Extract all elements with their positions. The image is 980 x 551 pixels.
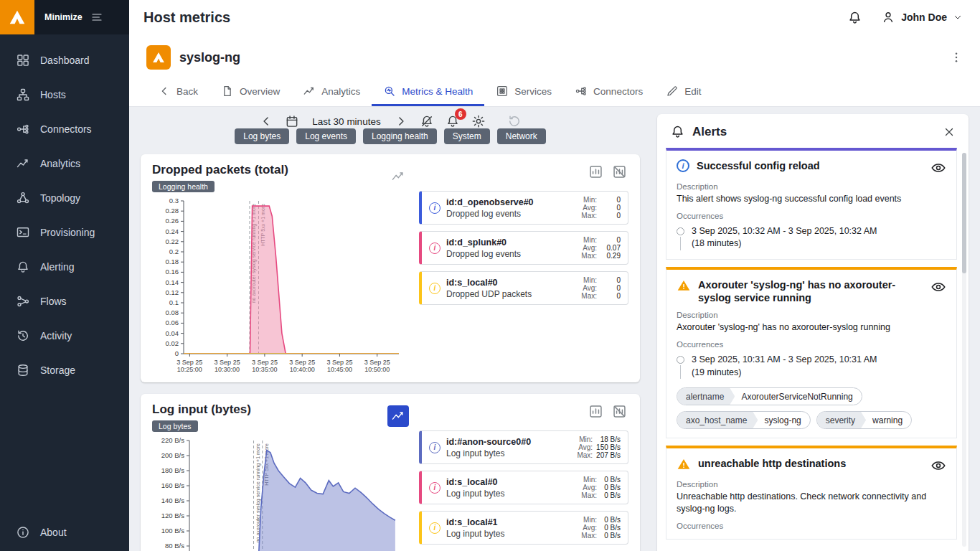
chart-type-button[interactable] [387, 405, 409, 427]
chevron-left-icon [158, 85, 171, 98]
eye-icon [930, 279, 946, 295]
sidebar-item-provisioning[interactable]: Provisioning [0, 215, 129, 250]
sidebar-item-alerting[interactable]: Alerting [0, 250, 129, 284]
dropped-packets-chart[interactable]: 0.30.280.260.240.220.20.180.160.140.120.… [152, 194, 405, 377]
tag-alertname[interactable]: alertname AxorouterServiceNotRunning [677, 387, 862, 405]
flows-branch-icon [16, 294, 30, 309]
metrics-column: Last 30 minutes 6 [141, 114, 640, 551]
eye-icon [930, 458, 946, 474]
svg-text:0.12: 0.12 [166, 288, 179, 296]
view-alert-button[interactable] [930, 277, 946, 295]
alerts-scrollbar[interactable] [962, 153, 966, 547]
settings-button[interactable] [471, 114, 486, 128]
sidebar-item-analytics[interactable]: Analytics [0, 146, 129, 181]
svg-text:0.3: 0.3 [169, 197, 179, 204]
time-range-picker[interactable] [285, 114, 299, 128]
chevron-right-icon [394, 114, 408, 128]
alert-title: Axorouter 'syslog-ng' has no axorouter-s… [698, 277, 923, 304]
series-stats: Min:0 Avg:0 Max:0 [581, 276, 621, 300]
hide-all-series-button[interactable] [612, 404, 627, 419]
minimize-label[interactable]: Minimize [44, 12, 83, 22]
host-logo [146, 45, 171, 70]
svg-text:3 Sep 25: 3 Sep 25 [215, 359, 240, 366]
filter-chip-network[interactable]: Network [497, 128, 546, 144]
filter-chip-log-bytes[interactable]: Log bytes [235, 128, 289, 144]
series-legend-item[interactable]: i id:s_local#1 Log input bytes Min:0 B/s… [419, 511, 628, 545]
svg-text:10:35:00: 10:35:00 [252, 366, 277, 373]
hide-all-series-button[interactable] [612, 164, 627, 179]
chart-title: Log input (bytes) [152, 402, 251, 417]
alerts-title: Alerts [692, 125, 727, 139]
bell-off-icon [420, 114, 434, 128]
series-legend-item[interactable]: i id:s_local#0 Log input bytes Min:0 B/s… [419, 471, 628, 504]
sidebar-item-hosts[interactable]: Hosts [0, 77, 129, 112]
user-menu[interactable]: John Doe [881, 10, 963, 24]
tab-overview[interactable]: Overview [209, 76, 291, 106]
host-more-menu[interactable] [950, 51, 963, 64]
svg-text:0.08: 0.08 [166, 309, 179, 316]
show-all-series-button[interactable] [588, 164, 603, 179]
tab-metrics-health[interactable]: Metrics & Health [372, 76, 484, 106]
sidebar-item-connectors[interactable]: Connectors [0, 112, 129, 146]
tab-services[interactable]: Services [484, 76, 563, 106]
host-tabbar: Back Overview Analytics Metrics & Health… [146, 76, 963, 106]
sidebar-item-dashboard[interactable]: Dashboard [0, 43, 129, 77]
tag-severity[interactable]: severity warning [816, 411, 912, 429]
chart-off-icon [612, 164, 627, 179]
time-next-button[interactable] [394, 114, 408, 128]
alert-card: i unreachable http destinations Descript… [666, 446, 957, 540]
brand-logo[interactable] [0, 0, 34, 34]
series-legend-item[interactable]: i id:#anon-source0#0 Log input bytes Min… [419, 430, 628, 464]
tab-analytics[interactable]: Analytics [291, 76, 372, 106]
notifications-bell-button[interactable] [847, 10, 862, 25]
svg-text:80 B/s: 80 B/s [165, 542, 184, 550]
chart-type-button[interactable] [387, 166, 409, 187]
svg-text:0.18: 0.18 [166, 258, 179, 265]
filter-chip-log-events[interactable]: Log events [296, 128, 356, 144]
collapse-sidebar-icon[interactable] [91, 11, 103, 23]
svg-text:3 Sep 25: 3 Sep 25 [289, 359, 315, 366]
series-legend-item[interactable]: i id:d_openobserve#0 Dropped log events … [419, 191, 628, 225]
page-title: Host metrics [143, 9, 230, 26]
mute-alerts-button[interactable] [420, 114, 434, 128]
series-legend-item[interactable]: i id:s_local#0 Dropped UDP packets Min:0… [419, 271, 628, 305]
filter-chip-logging-health[interactable]: Logging health [363, 128, 437, 144]
bell-icon [670, 124, 685, 139]
scrollbar-thumb[interactable] [962, 153, 966, 273]
time-range-label[interactable]: Last 30 minutes [312, 116, 380, 127]
alerts-header: Alerts [657, 114, 969, 148]
alerts-bell-button[interactable]: 6 [446, 114, 460, 128]
svg-text:3 Sep 25: 3 Sep 25 [364, 359, 390, 366]
view-alert-button[interactable] [930, 158, 946, 176]
close-alerts-button[interactable] [943, 126, 956, 138]
series-info-icon: i [429, 522, 440, 534]
svg-text:140 B/s: 140 B/s [161, 496, 184, 504]
alert-card: i Successful config reload Description T… [666, 148, 957, 260]
timeline-marker [677, 225, 684, 250]
sidebar-item-topology[interactable]: Topology [0, 181, 129, 215]
sidebar-item-activity[interactable]: Activity [0, 319, 129, 353]
series-legend-item[interactable]: i id:d_splunk#0 Dropped log events Min:0… [419, 231, 628, 265]
sidebar: Minimize Dashboard Hosts Connectors Anal… [0, 0, 129, 551]
sidebar-item-flows[interactable]: Flows [0, 284, 129, 319]
svg-text:3 Sep 25: 3 Sep 25 [176, 359, 202, 366]
warning-icon [677, 457, 691, 471]
alert-tags: alertname AxorouterServiceNotRunning axo… [677, 387, 946, 429]
log-input-chart[interactable]: 220 B/s200 B/s180 B/s160 B/s140 B/s120 B… [152, 433, 405, 551]
back-button[interactable]: Back [146, 76, 209, 106]
series-stats: Min:0 Avg:0 Max:0 [581, 196, 621, 220]
tab-edit[interactable]: Edit [654, 76, 712, 106]
chart-area: Log input (bytes) Log bytes 220 B/s200 B… [152, 402, 409, 551]
view-alert-button[interactable] [930, 456, 946, 474]
alerts-list: i Successful config reload Description T… [657, 148, 969, 551]
sidebar-item-storage[interactable]: Storage [0, 353, 129, 387]
tab-connectors[interactable]: Connectors [563, 76, 654, 106]
timeline-marker [677, 354, 684, 379]
tag-axo-host-name[interactable]: axo_host_name syslog-ng [677, 411, 811, 429]
occurrences-label: Occurrences [677, 212, 946, 220]
time-prev-button[interactable] [259, 114, 273, 128]
filter-chip-system[interactable]: System [444, 128, 490, 144]
history-button[interactable] [507, 114, 522, 128]
show-all-series-button[interactable] [588, 404, 603, 419]
sidebar-item-about[interactable]: About [0, 515, 129, 550]
